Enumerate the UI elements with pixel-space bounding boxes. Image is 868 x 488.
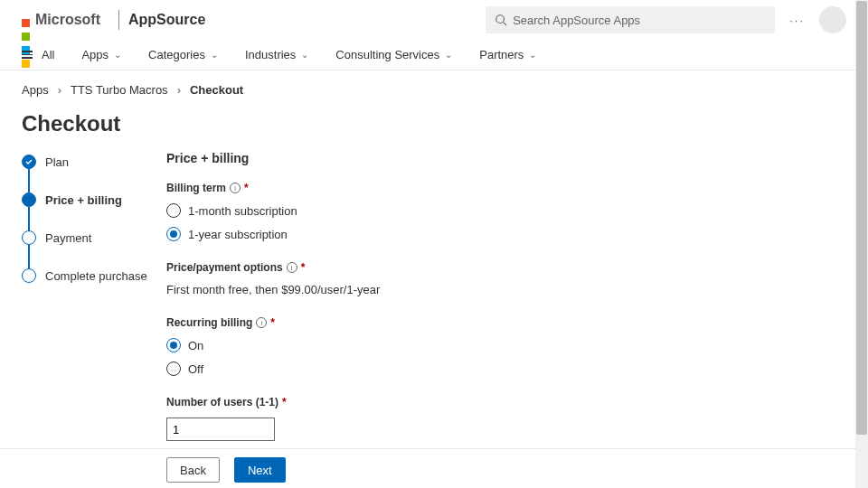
radio-icon bbox=[166, 338, 181, 352]
more-menu-icon[interactable]: ··· bbox=[789, 14, 805, 27]
recurring-billing-label: Recurring billing i * bbox=[166, 316, 846, 329]
step-price-billing[interactable]: Price + billing bbox=[22, 192, 166, 207]
chevron-right-icon: › bbox=[58, 83, 61, 97]
price-options-desc: First month free, then $99.00/user/1-yea… bbox=[166, 283, 846, 296]
radio-label: 1-month subscription bbox=[188, 204, 297, 218]
info-icon[interactable]: i bbox=[230, 183, 241, 193]
billing-1year-radio[interactable]: 1-year subscription bbox=[166, 227, 846, 241]
radio-label: Off bbox=[188, 362, 203, 376]
price-options-label: Price/payment options i * bbox=[166, 261, 846, 274]
step-label: Plan bbox=[45, 155, 69, 169]
section-title: Price + billing bbox=[166, 151, 846, 165]
chevron-down-icon: ⌄ bbox=[529, 50, 536, 60]
chevron-down-icon: ⌄ bbox=[114, 50, 121, 60]
radio-icon bbox=[166, 227, 181, 241]
step-label: Complete purchase bbox=[45, 269, 147, 283]
info-icon[interactable]: i bbox=[256, 317, 267, 328]
category-nav: All Apps⌄ Categories⌄ Industries⌄ Consul… bbox=[0, 40, 868, 70]
header-divider bbox=[118, 10, 119, 30]
billing-term-label: Billing term i * bbox=[166, 182, 846, 194]
step-dot-icon bbox=[22, 268, 36, 283]
step-connector bbox=[28, 169, 30, 192]
svg-line-1 bbox=[504, 23, 507, 26]
recurring-off-radio[interactable]: Off bbox=[166, 361, 846, 376]
step-payment[interactable]: Payment bbox=[22, 230, 166, 245]
chevron-down-icon: ⌄ bbox=[301, 50, 308, 60]
footer-actions: Back Next bbox=[166, 457, 286, 483]
billing-1month-radio[interactable]: 1-month subscription bbox=[166, 203, 846, 218]
nav-all-label: All bbox=[42, 48, 54, 61]
breadcrumb-current: Checkout bbox=[190, 83, 243, 97]
radio-label: On bbox=[188, 339, 203, 352]
brand-name: Microsoft bbox=[35, 12, 100, 28]
breadcrumb-root[interactable]: Apps bbox=[22, 83, 49, 97]
global-header: Microsoft AppSource Search AppSource App… bbox=[0, 0, 868, 40]
nav-label: Partners bbox=[479, 48, 524, 61]
step-connector bbox=[28, 207, 30, 230]
chevron-down-icon: ⌄ bbox=[211, 50, 218, 60]
checkout-steps: Plan Price + billing Payment Complete pu… bbox=[22, 151, 166, 461]
nav-label: Consulting Services bbox=[335, 48, 439, 61]
product-name[interactable]: AppSource bbox=[128, 12, 205, 28]
step-connector bbox=[28, 245, 30, 268]
avatar[interactable] bbox=[819, 6, 846, 33]
required-marker: * bbox=[244, 182, 249, 194]
step-dot-icon bbox=[22, 230, 36, 245]
label-text: Number of users (1-1) bbox=[166, 396, 278, 408]
radio-icon bbox=[166, 203, 181, 218]
nav-label: Apps bbox=[81, 48, 108, 61]
nav-categories[interactable]: Categories⌄ bbox=[148, 48, 218, 61]
check-icon bbox=[22, 155, 36, 169]
label-text: Billing term bbox=[166, 182, 226, 194]
radio-label: 1-year subscription bbox=[188, 228, 288, 241]
step-label: Price + billing bbox=[45, 193, 122, 207]
nav-apps[interactable]: Apps⌄ bbox=[81, 48, 121, 61]
breadcrumb-item[interactable]: TTS Turbo Macros bbox=[71, 83, 168, 97]
nav-consulting[interactable]: Consulting Services⌄ bbox=[335, 48, 452, 61]
nav-label: Industries bbox=[245, 48, 296, 61]
step-label: Payment bbox=[45, 231, 91, 245]
page-title: Checkout bbox=[0, 102, 868, 151]
scrollbar[interactable] bbox=[855, 0, 868, 488]
nav-all[interactable]: All bbox=[22, 48, 54, 61]
search-icon bbox=[495, 14, 507, 26]
chevron-down-icon: ⌄ bbox=[445, 50, 452, 60]
recurring-on-radio[interactable]: On bbox=[166, 338, 846, 352]
nav-partners[interactable]: Partners⌄ bbox=[479, 48, 536, 61]
label-text: Recurring billing bbox=[166, 316, 252, 329]
step-dot-icon bbox=[22, 192, 36, 207]
radio-icon bbox=[166, 361, 181, 376]
back-button[interactable]: Back bbox=[166, 457, 220, 483]
step-plan[interactable]: Plan bbox=[22, 155, 166, 169]
nav-industries[interactable]: Industries⌄ bbox=[245, 48, 308, 61]
next-button[interactable]: Next bbox=[234, 457, 286, 483]
microsoft-logo-icon bbox=[22, 16, 30, 24]
step-complete[interactable]: Complete purchase bbox=[22, 268, 166, 283]
label-text: Price/payment options bbox=[166, 261, 283, 274]
required-marker: * bbox=[301, 261, 306, 274]
number-of-users-input[interactable] bbox=[166, 418, 275, 441]
footer-divider bbox=[0, 448, 855, 449]
info-icon[interactable]: i bbox=[287, 262, 297, 273]
form-content: Price + billing Billing term i * 1-month… bbox=[166, 151, 846, 461]
svg-point-0 bbox=[496, 15, 505, 23]
number-of-users-label: Number of users (1-1) * bbox=[166, 396, 846, 408]
nav-label: Categories bbox=[148, 48, 205, 61]
required-marker: * bbox=[270, 316, 275, 329]
hamburger-icon bbox=[22, 51, 33, 59]
search-placeholder: Search AppSource Apps bbox=[513, 14, 640, 27]
chevron-right-icon: › bbox=[177, 83, 181, 97]
scrollbar-thumb[interactable] bbox=[856, 1, 867, 435]
required-marker: * bbox=[282, 396, 287, 408]
breadcrumb: Apps › TTS Turbo Macros › Checkout bbox=[0, 70, 868, 102]
search-input[interactable]: Search AppSource Apps bbox=[486, 6, 775, 33]
